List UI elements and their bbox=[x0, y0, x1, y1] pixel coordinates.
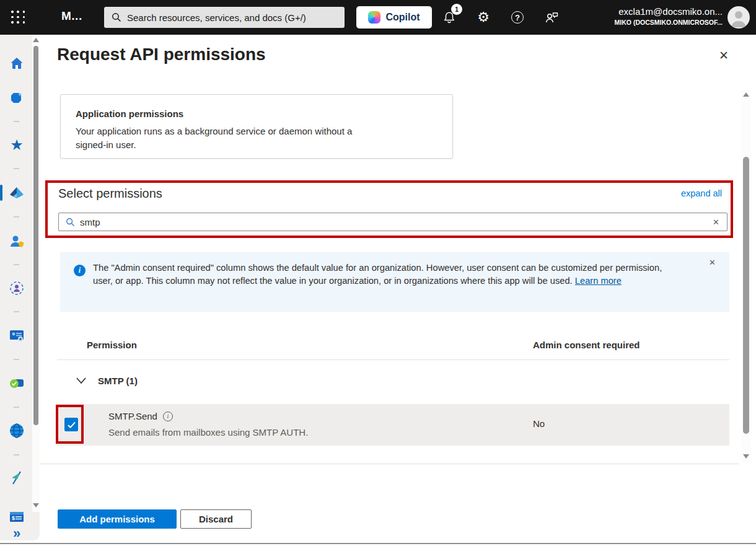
table-row-smtp-send[interactable]: SMTP.Send i Send emails from mailboxes u… bbox=[57, 404, 729, 446]
copilot-button[interactable]: Copilot bbox=[356, 6, 432, 29]
feedback-icon[interactable] bbox=[543, 9, 560, 26]
right-scrollbar-down-arrow[interactable] bbox=[743, 454, 749, 459]
application-permissions-description: Your application runs as a background se… bbox=[76, 125, 367, 152]
permissions-search-input[interactable] bbox=[80, 217, 705, 227]
billing-icon[interactable]: $ bbox=[9, 509, 25, 525]
annotation-box-select-permissions: Select permissions expand all ✕ bbox=[45, 180, 733, 238]
search-icon bbox=[66, 218, 75, 227]
app-registrations-icon[interactable] bbox=[9, 327, 25, 343]
select-permissions-label: Select permissions bbox=[58, 187, 162, 201]
page-title: Request API permissions bbox=[57, 45, 266, 64]
permissions-search-box: ✕ bbox=[58, 213, 727, 231]
clear-search-icon[interactable]: ✕ bbox=[705, 218, 727, 227]
right-scrollbar bbox=[741, 90, 751, 462]
copilot-logo-icon bbox=[368, 11, 380, 24]
banner-close-icon[interactable]: ✕ bbox=[709, 258, 716, 267]
left-scrollbar-up-arrow[interactable] bbox=[33, 38, 39, 42]
smtp-group-row[interactable]: SMTP (1) bbox=[57, 369, 729, 394]
left-scrollbar-thumb[interactable] bbox=[33, 46, 38, 425]
expand-sidebar-icon[interactable]: » bbox=[9, 526, 25, 542]
column-header-permission: Permission bbox=[87, 340, 137, 350]
info-icon: i bbox=[74, 265, 86, 276]
active-item-indicator bbox=[0, 185, 2, 201]
expand-all-link[interactable]: expand all bbox=[681, 188, 722, 198]
preview-features-flag-icon[interactable] bbox=[9, 470, 25, 486]
search-icon bbox=[112, 12, 121, 22]
entra-id-icon[interactable] bbox=[9, 185, 25, 201]
discard-button[interactable]: Discard bbox=[180, 509, 252, 529]
account-menu[interactable]: excla1m@docsmiko.on... MIKO (DOCSMIKO.ON… bbox=[615, 6, 723, 27]
users-icon[interactable] bbox=[9, 233, 25, 249]
right-scrollbar-up-arrow[interactable] bbox=[743, 92, 749, 97]
global-search-input[interactable] bbox=[127, 12, 345, 23]
permission-info-icon[interactable]: i bbox=[163, 412, 173, 421]
permission-description: Send emails from mailboxes using SMTP AU… bbox=[108, 427, 308, 438]
waffle-menu-icon[interactable] bbox=[11, 11, 26, 24]
gear-icon[interactable]: ⚙ bbox=[475, 9, 492, 26]
request-api-permissions-panel: Request API permissions ✕ Application pe… bbox=[40, 35, 756, 543]
table-header-divider bbox=[57, 359, 729, 360]
account-email: excla1m@docsmiko.on... bbox=[615, 6, 723, 18]
permission-admin-consent-value: No bbox=[533, 418, 545, 429]
copilot-sidebar-icon[interactable] bbox=[9, 90, 25, 106]
left-scrollbar bbox=[32, 35, 40, 512]
global-search-box bbox=[104, 7, 345, 28]
azure-portal-page: M... Copilot 1 ⚙ ? excla1m@docsmiko.on..… bbox=[0, 0, 756, 546]
globe-icon[interactable] bbox=[9, 423, 25, 439]
column-header-admin-consent: Admin consent required bbox=[533, 340, 640, 350]
copilot-label: Copilot bbox=[385, 12, 420, 23]
application-permissions-card[interactable]: Application permissions Your application… bbox=[60, 94, 453, 159]
enterprise-applications-icon[interactable] bbox=[9, 280, 25, 296]
right-scrollbar-thumb[interactable] bbox=[743, 157, 749, 434]
permission-checkbox[interactable] bbox=[64, 418, 78, 431]
favorites-star-icon[interactable]: ★ bbox=[9, 137, 25, 153]
content-divider bbox=[40, 464, 739, 464]
smtp-group-label: SMTP (1) bbox=[98, 376, 138, 386]
help-icon[interactable]: ? bbox=[509, 9, 526, 26]
avatar[interactable] bbox=[727, 6, 750, 29]
portal-logo[interactable]: M... bbox=[61, 9, 82, 23]
notification-badge: 1 bbox=[451, 4, 462, 15]
svg-text:$: $ bbox=[12, 515, 15, 521]
admin-consent-info-banner: i The "Admin consent required" column sh… bbox=[60, 252, 729, 312]
add-permissions-button[interactable]: Add permissions bbox=[58, 509, 177, 529]
left-scrollbar-down-arrow[interactable] bbox=[33, 503, 39, 508]
conditional-access-icon[interactable] bbox=[9, 375, 25, 391]
permission-name: SMTP.Send i bbox=[108, 411, 173, 421]
account-tenant: MIKO (DOCSMIKO.ONMICROSOF... bbox=[615, 18, 723, 27]
learn-more-link[interactable]: Learn more bbox=[575, 276, 622, 286]
close-panel-icon[interactable]: ✕ bbox=[719, 48, 729, 63]
window-bottom-edge bbox=[0, 543, 756, 544]
application-permissions-title: Application permissions bbox=[76, 108, 437, 119]
info-banner-text: The "Admin consent required" column show… bbox=[93, 262, 683, 287]
top-bar: M... Copilot 1 ⚙ ? excla1m@docsmiko.on..… bbox=[0, 0, 756, 35]
home-icon[interactable] bbox=[9, 55, 25, 71]
chevron-down-icon[interactable] bbox=[76, 376, 87, 385]
